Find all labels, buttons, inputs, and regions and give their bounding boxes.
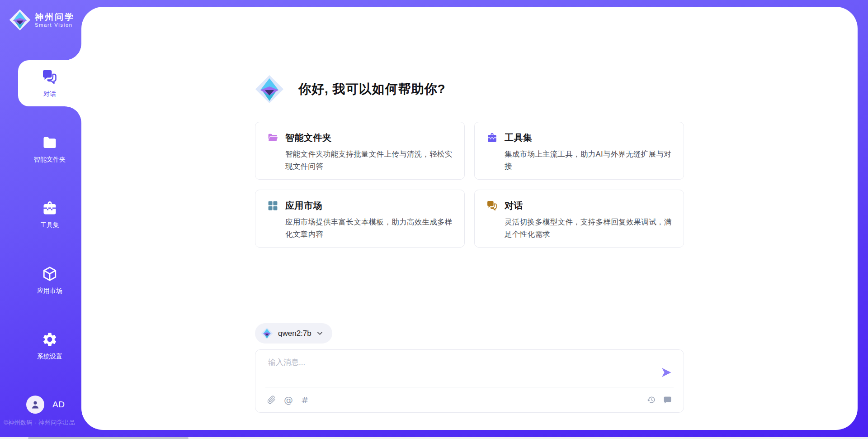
card-app-market[interactable]: 应用市场 应用市场提供丰富长文本模板，助力高效生成多样化文章内容 <box>255 190 465 248</box>
card-title: 工具集 <box>505 132 533 144</box>
composer-toolbar: @ # <box>255 387 684 412</box>
avatar <box>26 396 44 414</box>
horizontal-scrollbar <box>0 437 868 439</box>
card-description: 灵活切换多模型文件，支持多样回复效果调试，满足个性化需求 <box>486 216 672 240</box>
greeting-title: 你好, 我可以如何帮助你? <box>298 81 446 98</box>
app-name: 神州问学 <box>35 12 75 23</box>
cube-icon <box>42 266 58 282</box>
assistant-logo-icon <box>255 75 284 104</box>
sidebar-item-label: 工具集 <box>40 221 59 229</box>
chevron-down-icon <box>316 330 323 337</box>
greeting: 你好, 我可以如何帮助你? <box>255 75 684 104</box>
card-description: 应用市场提供丰富长文本模板，助力高效生成多样化文章内容 <box>267 216 453 240</box>
card-description: 集成市场上主流工具，助力AI与外界无缝扩展与对接 <box>486 148 672 172</box>
send-icon <box>660 366 673 379</box>
gear-icon <box>42 331 58 348</box>
sidebar-nav: 对话 智能文件夹 工具集 应用市场 系统设置 <box>0 60 81 369</box>
sidebar-item-settings[interactable]: 系统设置 <box>18 323 81 369</box>
message-icon <box>663 396 672 404</box>
sidebar: 神州问学 Smart Vision 对话 智能文件夹 工具集 <box>0 0 81 439</box>
folder-icon <box>42 134 58 151</box>
history-button[interactable] <box>647 396 656 404</box>
app-logo: 神州问学 Smart Vision <box>0 0 81 31</box>
sidebar-item-label: 应用市场 <box>37 287 62 295</box>
briefcase-icon <box>42 200 58 216</box>
hash-icon: # <box>301 396 309 405</box>
app-logo-icon <box>9 9 31 31</box>
briefcase-icon <box>486 132 498 143</box>
card-chat[interactable]: 对话 灵活切换多模型文件，支持多样回复效果调试，满足个性化需求 <box>474 190 684 248</box>
folder-open-icon <box>267 132 278 143</box>
model-selector[interactable]: qwen2:7b <box>255 323 332 344</box>
sidebar-item-label: 系统设置 <box>37 353 62 361</box>
user-profile[interactable]: AD <box>26 396 65 414</box>
app-subtitle: Smart Vision <box>35 22 75 28</box>
feature-cards: 智能文件夹 智能文件夹功能支持批量文件上传与清洗，轻松实现文件问答 工具集 集成… <box>255 122 684 248</box>
sidebar-item-chat[interactable]: 对话 <box>18 60 81 106</box>
card-smart-folder[interactable]: 智能文件夹 智能文件夹功能支持批量文件上传与清洗，轻松实现文件问答 <box>255 122 465 180</box>
hashtag-button[interactable]: # <box>301 396 309 405</box>
at-icon: @ <box>284 396 293 405</box>
chat-icon <box>42 69 58 85</box>
copyright-text: ©神州数码 · 神州问学出品 <box>4 419 85 427</box>
chat-icon <box>486 200 498 211</box>
sidebar-item-toolset[interactable]: 工具集 <box>18 191 81 238</box>
card-title: 智能文件夹 <box>285 132 332 144</box>
grid-icon <box>267 200 278 211</box>
sidebar-item-label: 对话 <box>43 90 56 98</box>
scrollbar-thumb[interactable] <box>28 437 189 439</box>
model-logo-icon <box>261 327 273 339</box>
person-icon <box>30 399 41 410</box>
mention-button[interactable]: @ <box>284 396 293 405</box>
history-icon <box>647 396 656 404</box>
paperclip-icon <box>267 396 276 404</box>
attach-file-button[interactable] <box>267 396 276 404</box>
user-initials: AD <box>52 400 65 410</box>
sidebar-item-smart-folder[interactable]: 智能文件夹 <box>18 126 81 172</box>
card-title: 对话 <box>505 200 523 212</box>
card-title: 应用市场 <box>285 200 322 212</box>
model-name: qwen2:7b <box>278 329 311 338</box>
message-composer: @ # <box>255 349 684 413</box>
new-chat-button[interactable] <box>663 396 672 404</box>
sidebar-item-label: 智能文件夹 <box>34 156 66 164</box>
sidebar-item-app-market[interactable]: 应用市场 <box>18 257 81 303</box>
message-input[interactable] <box>268 357 652 384</box>
card-toolset[interactable]: 工具集 集成市场上主流工具，助力AI与外界无缝扩展与对接 <box>474 122 684 180</box>
main-content-area: 你好, 我可以如何帮助你? 智能文件夹 智能文件夹功能支持批量文件上传与清洗，轻… <box>81 7 858 430</box>
send-button[interactable] <box>660 366 673 379</box>
card-description: 智能文件夹功能支持批量文件上传与清洗，轻松实现文件问答 <box>267 148 453 172</box>
